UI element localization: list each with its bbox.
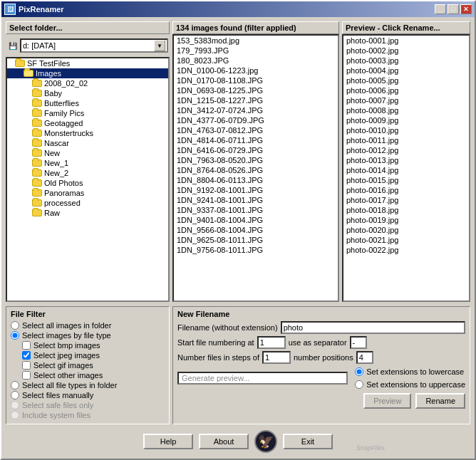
list-item[interactable]: photo-0022.jpg [343, 245, 469, 255]
tree-item[interactable]: New_1 [7, 158, 168, 168]
list-item[interactable]: 1DN_0100-06-1223.jpg [174, 66, 338, 75]
files-list[interactable]: 153_5383mod.jpg 179_7993.JPG 180_8023.JP… [172, 34, 339, 302]
about-button[interactable]: About [199, 434, 249, 449]
minimize-button[interactable]: _ [435, 4, 446, 14]
tree-item[interactable]: Butterflies [7, 98, 168, 108]
tree-item[interactable]: processed [7, 198, 168, 208]
ext-lowercase-radio[interactable] [355, 367, 363, 376]
list-item[interactable]: 1DN_0170-08-1108.JPG [174, 75, 338, 85]
filter-bmp[interactable]: Select bmp images [22, 341, 165, 350]
list-item[interactable]: photo-0007.jpg [343, 95, 469, 105]
tree-item[interactable]: Geotagged [7, 118, 168, 128]
file-filter-box: File Filter Select all images in folder … [6, 306, 170, 424]
list-item[interactable]: 1DN_9566-08-1004.JPG [174, 225, 338, 235]
list-item[interactable]: 1DN_3412-07-0724.JPG [174, 105, 338, 115]
list-item[interactable]: photo-0012.jpg [343, 145, 469, 155]
filter-all-images-radio[interactable] [11, 321, 19, 330]
list-item[interactable]: 1DN_7963-08-0520.JPG [174, 155, 338, 165]
rename-button[interactable]: Rename [415, 393, 465, 409]
list-item[interactable]: 179_7993.JPG [174, 46, 338, 56]
steps-input[interactable] [262, 351, 291, 364]
tree-item-old-photos[interactable]: Old Photos [7, 178, 168, 188]
tree-item[interactable]: Nascar [7, 138, 168, 148]
folder-tree[interactable]: SF TestFiles Images 2008_02_02 [6, 57, 170, 302]
list-item[interactable]: photo-0006.jpg [343, 85, 469, 95]
list-item[interactable]: 1DN_9337-08-1001.JPG [174, 205, 338, 215]
ext-lowercase[interactable]: Set extensions to lowercase [355, 367, 465, 376]
combo-arrow-icon[interactable]: ▼ [154, 40, 165, 51]
list-item[interactable]: photo-0021.jpg [343, 235, 469, 245]
filter-jpeg[interactable]: Select jpeg images [22, 351, 165, 360]
preview-list[interactable]: photo-0001.jpg photo-0002.jpg photo-0003… [342, 34, 470, 302]
list-item[interactable]: photo-0017.jpg [343, 195, 469, 205]
list-item[interactable]: photo-0003.jpg [343, 56, 469, 66]
list-item[interactable]: 1DN_8804-06-0113.JPG [174, 175, 338, 185]
filter-other-checkbox[interactable] [22, 371, 31, 380]
list-item[interactable]: 1DN_9625-08-1011.JPG [174, 235, 338, 245]
list-item[interactable]: photo-0014.jpg [343, 165, 469, 175]
list-item[interactable]: photo-0001.jpg [343, 36, 469, 46]
list-item[interactable]: photo-0004.jpg [343, 66, 469, 75]
list-item[interactable]: 1DN_4814-06-0711.JPG [174, 135, 338, 145]
list-item[interactable]: photo-0010.jpg [343, 125, 469, 135]
ext-uppercase[interactable]: Set extensions to uppercase [355, 380, 465, 389]
list-item[interactable]: 1DN_1215-08-1227.JPG [174, 95, 338, 105]
list-item[interactable]: 1DN_4763-07-0812.JPG [174, 125, 338, 135]
maximize-button[interactable]: □ [447, 4, 459, 14]
tree-item[interactable]: Baby [7, 88, 168, 98]
start-numbering-input[interactable] [257, 336, 286, 349]
filter-by-type[interactable]: Select images by file type [11, 331, 165, 340]
list-item[interactable]: photo-0016.jpg [343, 185, 469, 195]
list-item[interactable]: 180_8023.JPG [174, 56, 338, 66]
filter-manually[interactable]: Select files manually [11, 391, 165, 399]
list-item[interactable]: 1DN_9192-08-1001.JPG [174, 185, 338, 195]
filter-gif-checkbox[interactable] [22, 361, 31, 370]
filename-input[interactable] [281, 321, 465, 334]
list-item[interactable]: photo-0013.jpg [343, 155, 469, 165]
list-item[interactable]: 153_5383mod.jpg [174, 36, 338, 46]
list-item[interactable]: photo-0018.jpg [343, 205, 469, 215]
drive-combo[interactable]: d: [DATA] ▼ [20, 38, 168, 53]
tree-item[interactable]: Panoramas [7, 188, 168, 198]
list-item[interactable]: photo-0011.jpg [343, 135, 469, 145]
list-item[interactable]: photo-0019.jpg [343, 215, 469, 225]
list-item[interactable]: photo-0005.jpg [343, 75, 469, 85]
list-item[interactable]: 1DN_6416-06-0729.JPG [174, 145, 338, 155]
tree-item-new[interactable]: New [7, 148, 168, 158]
list-item[interactable]: 1DN_9401-08-1004.JPG [174, 215, 338, 225]
filter-all-types[interactable]: Select all file types in folder [11, 381, 165, 390]
close-button[interactable]: ✕ [460, 4, 472, 14]
list-item[interactable]: 1DN_9756-08-1011.JPG [174, 245, 338, 255]
filter-bmp-checkbox[interactable] [22, 341, 31, 350]
tree-item-images[interactable]: Images [7, 68, 168, 78]
tree-item-family-pics[interactable]: Family Pics [7, 108, 168, 118]
filter-gif[interactable]: Select gif images [22, 361, 165, 370]
tree-item[interactable]: New_2 [7, 168, 168, 178]
ext-uppercase-radio[interactable] [355, 380, 363, 389]
list-item[interactable]: 1DN_4377-06-07D9.JPG [174, 115, 338, 125]
tree-item[interactable]: Raw [7, 208, 168, 218]
list-item[interactable]: photo-0002.jpg [343, 46, 469, 56]
list-item[interactable]: photo-0015.jpg [343, 175, 469, 185]
filter-by-type-radio[interactable] [11, 331, 19, 340]
list-item[interactable]: 1DN_0693-08-1225.JPG [174, 85, 338, 95]
list-item[interactable]: 1DN_9241-08-1001.JPG [174, 195, 338, 205]
separator-input[interactable] [350, 336, 367, 349]
tree-item[interactable]: Monstertrucks [7, 128, 168, 138]
filter-all-images[interactable]: Select all images in folder [11, 321, 165, 330]
tree-item[interactable]: SF TestFiles [7, 58, 168, 68]
preview-button[interactable]: Preview [363, 393, 411, 409]
list-item[interactable]: photo-0009.jpg [343, 115, 469, 125]
list-item[interactable]: photo-0008.jpg [343, 105, 469, 115]
filter-jpeg-checkbox[interactable] [22, 351, 31, 360]
list-item[interactable]: 1DN_8764-08-0526.JPG [174, 165, 338, 175]
exit-button[interactable]: Exit [283, 434, 333, 449]
tree-item[interactable]: 2008_02_02 [7, 78, 168, 88]
filter-manually-radio[interactable] [11, 391, 19, 399]
list-item[interactable]: photo-0020.jpg [343, 225, 469, 235]
positions-input[interactable] [356, 351, 373, 364]
filter-other[interactable]: Select other images [22, 371, 165, 380]
help-button[interactable]: Help [143, 434, 193, 449]
filter-all-types-radio[interactable] [11, 381, 19, 390]
folder-icon [31, 109, 43, 117]
